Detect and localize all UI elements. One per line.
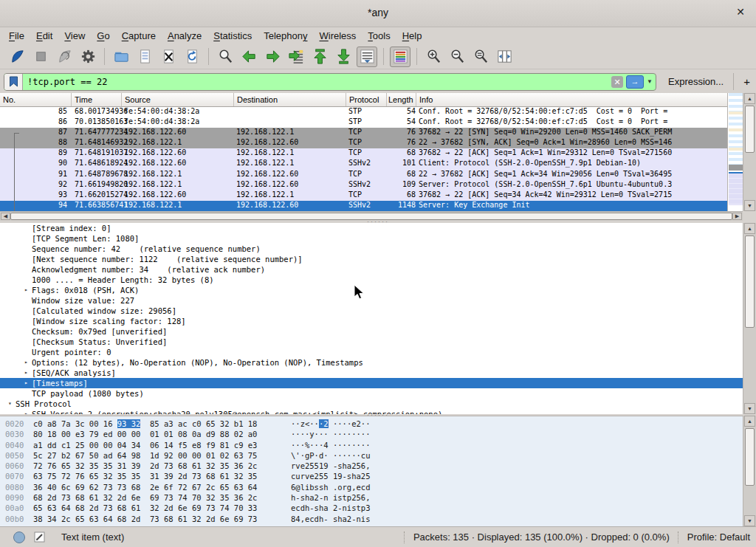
- detail-line[interactable]: ▸[SEQ/ACK analysis]: [0, 368, 743, 378]
- scroll-right-arrow[interactable]: ▶: [732, 213, 742, 220]
- close-window-button[interactable]: ✕: [734, 6, 747, 18]
- save-file-button[interactable]: [134, 47, 155, 67]
- zoom-out-button[interactable]: [447, 47, 467, 67]
- packet-row-92[interactable]: 9271.661949820192.168.122.1192.168.122.6…: [0, 180, 727, 190]
- hex-row-0020[interactable]: 0020c0 a8 7a 3c 00 16 93 32 85 a3 ac c0 …: [0, 419, 743, 429]
- menu-tools[interactable]: Tools: [362, 28, 396, 44]
- menu-telephony[interactable]: Telephony: [258, 28, 313, 44]
- detail-line[interactable]: ▸Options: (12 bytes), No-Operation (NOP)…: [0, 357, 743, 368]
- filter-history-dropdown[interactable]: ▼: [644, 78, 656, 85]
- menu-analyze[interactable]: Analyze: [162, 28, 207, 44]
- go-to-top-button[interactable]: [309, 47, 330, 67]
- hex-row-00b0[interactable]: 00b038 34 2c 65 63 64 68 2d 73 68 61 32 …: [0, 514, 743, 524]
- column-header-protocol[interactable]: Protocol: [346, 93, 387, 106]
- packet-row-90[interactable]: 9071.648618924192.168.122.60192.168.122.…: [0, 159, 727, 169]
- column-header-time[interactable]: Time: [72, 93, 122, 106]
- packet-row-91[interactable]: 9171.648789678192.168.122.1192.168.122.6…: [0, 170, 727, 180]
- detail-line[interactable]: Acknowledgment number: 34 (relative ack …: [0, 264, 743, 275]
- packet-list-vscrollbar[interactable]: ▲ ▼: [743, 93, 756, 211]
- detail-line[interactable]: [TCP Segment Len: 1080]: [0, 233, 743, 244]
- scroll-left-arrow[interactable]: ◀: [1, 213, 10, 220]
- detail-line[interactable]: Window size value: 227: [0, 295, 743, 306]
- hex-row-00a0[interactable]: 00a065 63 64 68 2d 73 68 61 32 2d 6e 69 …: [0, 503, 743, 513]
- packet-row-88[interactable]: 8871.648146932192.168.122.1192.168.122.6…: [0, 138, 727, 148]
- go-to-bottom-button[interactable]: [333, 47, 354, 67]
- scroll-up-arrow[interactable]: ▲: [744, 223, 755, 234]
- column-header-info[interactable]: Info: [416, 93, 743, 106]
- menu-statistics[interactable]: Statistics: [207, 28, 258, 44]
- scroll-down-arrow[interactable]: ▼: [744, 515, 755, 526]
- menu-wireless[interactable]: Wireless: [314, 28, 362, 44]
- column-header-length[interactable]: Length: [387, 93, 416, 106]
- expander-closed-icon[interactable]: ▸: [21, 285, 32, 295]
- capture-comment-icon[interactable]: [34, 531, 45, 543]
- zoom-reset-button[interactable]: [470, 47, 491, 67]
- menu-edit[interactable]: Edit: [30, 28, 58, 44]
- scroll-down-arrow[interactable]: ▼: [744, 200, 755, 211]
- hex-row-0070[interactable]: 007063 75 72 76 65 32 35 35 31 39 2d 73 …: [0, 471, 743, 481]
- detail-line[interactable]: ▸SSH Version 2 (encryption:chacha20-poly…: [0, 409, 743, 414]
- packet-row-86[interactable]: 8670.013850163fe:54:00:d4:38:2aSTP54Conf…: [0, 117, 727, 128]
- menu-view[interactable]: View: [58, 28, 91, 44]
- filter-bookmark-button[interactable]: [4, 74, 23, 90]
- filter-apply-button[interactable]: →: [626, 75, 644, 89]
- detail-vscrollbar[interactable]: ▲ ▼: [743, 223, 756, 414]
- bytes-vscrollbar[interactable]: ▲ ▼: [743, 416, 756, 526]
- find-packet-button[interactable]: [215, 47, 236, 67]
- scroll-down-arrow[interactable]: ▼: [744, 403, 755, 414]
- menu-file[interactable]: File: [3, 28, 30, 44]
- filter-clear-button[interactable]: ✕: [611, 76, 623, 88]
- menu-go[interactable]: Go: [91, 28, 115, 44]
- expression-button[interactable]: Expression...: [668, 76, 724, 87]
- resize-columns-button[interactable]: [494, 47, 515, 67]
- detail-line[interactable]: TCP payload (1080 bytes): [0, 388, 743, 399]
- expander-closed-icon[interactable]: ▸: [21, 368, 32, 378]
- go-back-button[interactable]: [238, 47, 259, 67]
- packet-row-89[interactable]: 8971.648191037192.168.122.60192.168.122.…: [0, 148, 727, 159]
- scrollbar-thumb[interactable]: [745, 428, 755, 486]
- title-bar[interactable]: *any ✕: [0, 0, 756, 27]
- detail-line[interactable]: ▸[Timestamps]: [0, 378, 743, 388]
- auto-scroll-button[interactable]: [357, 47, 377, 67]
- add-filter-button[interactable]: +: [733, 73, 750, 90]
- start-capture-button[interactable]: [7, 47, 27, 67]
- go-to-packet-button[interactable]: [286, 47, 306, 67]
- packet-row-85[interactable]: 8568.001734936fe:54:00:d4:38:2aSTP54Conf…: [0, 107, 727, 117]
- expert-info-icon[interactable]: [13, 531, 25, 543]
- packet-row-93[interactable]: 9371.662015274192.168.122.60192.168.122.…: [0, 190, 727, 201]
- scrollbar-thumb[interactable]: [10, 213, 732, 220]
- expander-closed-icon[interactable]: ▸: [21, 357, 32, 368]
- hex-row-0060[interactable]: 006072 76 65 32 35 35 31 39 2d 73 68 61 …: [0, 461, 743, 471]
- expander-closed-icon[interactable]: ▸: [21, 409, 32, 414]
- detail-line[interactable]: Sequence number: 42 (relative sequence n…: [0, 244, 743, 254]
- detail-line[interactable]: Urgent pointer: 0: [0, 347, 743, 357]
- detail-line[interactable]: 1000 .... = Header Length: 32 bytes (8): [0, 275, 743, 285]
- hex-row-0090[interactable]: 009068 2d 73 68 61 32 2d 6e 69 73 74 70 …: [0, 492, 743, 503]
- hex-row-0080[interactable]: 008036 40 6c 69 62 73 73 68 2e 6f 72 67 …: [0, 482, 743, 492]
- detail-line[interactable]: [Checksum Status: Unverified]: [0, 337, 743, 347]
- detail-line[interactable]: ▸Flags: 0x018 (PSH, ACK): [0, 285, 743, 295]
- detail-line[interactable]: Checksum: 0x79ed [unverified]: [0, 326, 743, 337]
- column-header-destination[interactable]: Destination: [234, 93, 346, 106]
- column-header-source[interactable]: Source: [122, 93, 234, 106]
- expander-open-icon[interactable]: ▾: [4, 399, 16, 409]
- display-filter-input[interactable]: [23, 74, 611, 90]
- restart-capture-button[interactable]: [54, 47, 75, 67]
- hex-row-0030[interactable]: 003080 18 00 e3 79 ed 00 00 01 01 08 0a …: [0, 429, 743, 439]
- detail-line[interactable]: [Calculated window size: 29056]: [0, 306, 743, 316]
- scrollbar-thumb[interactable]: [745, 106, 755, 153]
- colorize-packets-button[interactable]: [390, 47, 410, 67]
- menu-capture[interactable]: Capture: [116, 28, 162, 44]
- scroll-up-arrow[interactable]: ▲: [744, 93, 755, 104]
- scroll-up-arrow[interactable]: ▲: [744, 416, 755, 427]
- capture-options-button[interactable]: [78, 47, 98, 67]
- hex-row-0050[interactable]: 00505c 27 b2 67 50 ad 64 98 1d 92 00 00 …: [0, 450, 743, 461]
- detail-line[interactable]: [Next sequence number: 1122 (relative se…: [0, 254, 743, 264]
- expander-closed-icon[interactable]: ▸: [21, 378, 32, 388]
- packet-row-87[interactable]: 8771.647777234192.168.122.60192.168.122.…: [0, 128, 727, 138]
- detail-line[interactable]: [Window size scaling factor: 128]: [0, 316, 743, 326]
- open-file-button[interactable]: [111, 47, 131, 67]
- packet-minimap[interactable]: [727, 93, 743, 211]
- zoom-in-button[interactable]: [423, 47, 444, 67]
- reload-file-button[interactable]: [182, 47, 202, 67]
